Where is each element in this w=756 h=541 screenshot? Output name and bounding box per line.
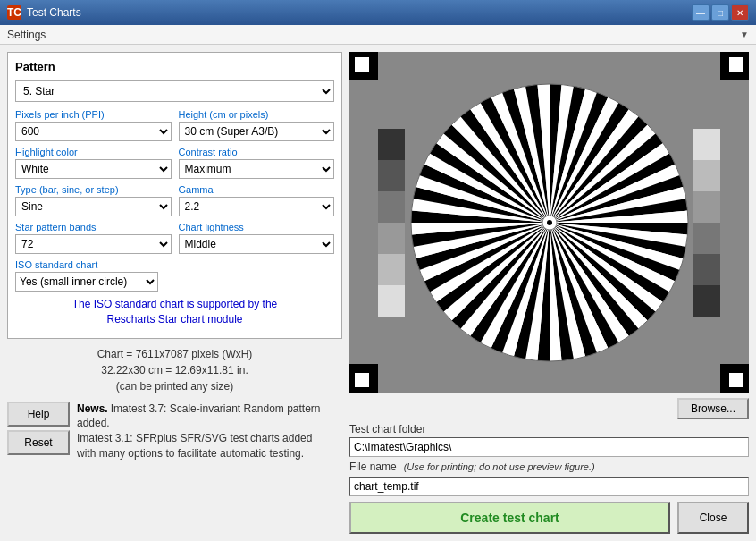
news-line2: Imatest 3.1: SFRplus SFR/SVG test charts… [77, 432, 312, 444]
help-button[interactable]: Help [7, 402, 70, 427]
ppi-group: Pixels per inch (PPI) 600 [15, 109, 172, 141]
filename-section: File name (Use for printing; do not use … [349, 461, 749, 496]
menu-settings[interactable]: Settings [7, 29, 46, 41]
lightness-select[interactable]: Middle [179, 234, 335, 254]
gray-block-r4 [693, 223, 720, 254]
pattern-dropdown-row: 5. Star [15, 80, 334, 102]
chart-info: Chart = 7611x7087 pixels (WxH) 32.22x30 … [7, 346, 342, 394]
news-line1: Imatest 3.7: Scale-invariant Random patt… [77, 402, 321, 430]
gray-block-l5 [378, 254, 405, 285]
chart-info-line2: 32.22x30 cm = 12.69x11.81 in. [7, 362, 342, 378]
contrast-label: Contrast ratio [179, 147, 335, 157]
gray-block-r6 [693, 285, 720, 317]
corner-white-tr [729, 57, 743, 72]
gray-patches-left [378, 129, 405, 317]
right-panel: Browse... Test chart folder File name (U… [349, 52, 749, 534]
type-select[interactable]: Sine [15, 197, 172, 216]
iso-select[interactable]: Yes (small inner circle) [15, 272, 158, 292]
highlight-group: Highlight color White [15, 147, 172, 179]
app-icon: TC [7, 5, 21, 20]
folder-label: Test chart folder [349, 423, 749, 435]
corner-white-tl [355, 57, 369, 72]
pattern-title: Pattern [15, 60, 334, 73]
lightness-group: Chart lightness Middle [179, 222, 335, 254]
gray-block-r3 [693, 191, 720, 223]
create-close-row: Create test chart Close [349, 502, 749, 534]
gray-block-r2 [693, 160, 720, 191]
contrast-select[interactable]: Maximum [179, 159, 335, 179]
highlight-label: Highlight color [15, 147, 172, 157]
iso-note: The ISO standard chart is supported by t… [15, 297, 334, 327]
height-group: Height (cm or pixels) 30 cm (Super A3/B) [179, 109, 335, 141]
maximize-button[interactable]: □ [711, 4, 729, 21]
type-group: Type (bar, sine, or step) Sine [15, 184, 172, 216]
reset-button[interactable]: Reset [7, 430, 70, 455]
type-label: Type (bar, sine, or step) [15, 184, 172, 195]
pattern-section: Pattern 5. Star Pixels per inch (PPI) 60… [7, 52, 342, 339]
star-chart-preview [349, 52, 749, 393]
left-panel: Pattern 5. Star Pixels per inch (PPI) 60… [7, 52, 342, 534]
bottom-controls: Browse... Test chart folder File name (U… [349, 398, 749, 534]
folder-input[interactable] [349, 437, 749, 457]
height-select[interactable]: 30 cm (Super A3/B) [179, 122, 335, 141]
news-section: Help Reset News. Imatest 3.7: Scale-inva… [7, 402, 342, 461]
news-title: News. [77, 402, 108, 415]
gray-block-l3 [378, 191, 405, 223]
menu-arrow-icon: ▼ [740, 30, 749, 39]
window-title: Test Charts [27, 6, 81, 19]
folder-section: Test chart folder [349, 423, 749, 457]
window-close-button[interactable]: ✕ [731, 4, 749, 21]
gray-block-r1 [693, 129, 720, 160]
browse-row: Browse... [349, 398, 749, 419]
filename-label: File name [349, 461, 397, 473]
chart-info-line1: Chart = 7611x7087 pixels (WxH) [7, 346, 342, 362]
ppi-label: Pixels per inch (PPI) [15, 109, 172, 120]
gray-block-l6 [378, 285, 405, 317]
gray-block-l1 [378, 129, 405, 160]
close-button[interactable]: Close [677, 502, 749, 534]
corner-white-bl [355, 373, 369, 387]
lightness-label: Chart lightness [179, 222, 335, 232]
browse-button[interactable]: Browse... [677, 398, 749, 419]
gray-block-l4 [378, 223, 405, 254]
minimize-button[interactable]: — [692, 4, 710, 21]
gamma-label: Gamma [179, 184, 335, 195]
corner-white-br [729, 373, 743, 387]
highlight-select[interactable]: White [15, 159, 172, 179]
filename-input[interactable] [349, 477, 749, 496]
news-line3: with many options to facilitate automati… [77, 447, 304, 460]
create-button[interactable]: Create test chart [349, 502, 670, 534]
gray-block-r5 [693, 254, 720, 285]
bands-label: Star pattern bands [15, 222, 172, 232]
gray-block-l2 [378, 160, 405, 191]
gray-patches-right [693, 129, 720, 317]
star-chart-svg [407, 80, 693, 366]
filename-note: (Use for printing; do not use preview fi… [404, 461, 595, 472]
svg-point-2 [547, 220, 552, 225]
title-bar: TC Test Charts — □ ✕ [0, 0, 756, 25]
iso-row: ISO standard chart Yes (small inner circ… [15, 259, 334, 292]
pattern-select[interactable]: 5. Star [15, 80, 334, 102]
height-label: Height (cm or pixels) [179, 109, 335, 120]
gamma-select[interactable]: 2.2 [179, 197, 335, 216]
iso-label: ISO standard chart [15, 259, 334, 270]
menu-bar: Settings ▼ [0, 25, 756, 45]
ppi-select[interactable]: 600 [15, 122, 172, 141]
contrast-group: Contrast ratio Maximum [179, 147, 335, 179]
action-buttons: Help Reset [7, 402, 70, 455]
gamma-group: Gamma 2.2 [179, 184, 335, 216]
chart-info-line3: (can be printed any size) [7, 378, 342, 394]
bands-group: Star pattern bands 72 [15, 222, 172, 254]
bands-select[interactable]: 72 [15, 234, 172, 254]
news-text: News. Imatest 3.7: Scale-invariant Rando… [77, 402, 342, 461]
